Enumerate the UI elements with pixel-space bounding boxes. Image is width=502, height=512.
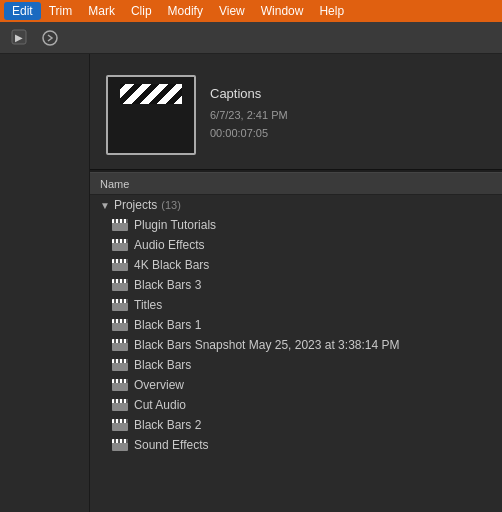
menu-help[interactable]: Help bbox=[311, 2, 352, 20]
project-icon bbox=[112, 319, 128, 331]
project-icon bbox=[112, 419, 128, 431]
menu-bar: Edit Trim Mark Clip Modify View Window H… bbox=[0, 0, 502, 22]
project-icon bbox=[112, 379, 128, 391]
preview-date: 6/7/23, 2:41 PM bbox=[210, 107, 288, 125]
menu-edit[interactable]: Edit bbox=[4, 2, 41, 20]
forward-icon[interactable] bbox=[36, 26, 64, 50]
project-icon bbox=[112, 399, 128, 411]
project-icon bbox=[112, 339, 128, 351]
list-item[interactable]: Audio Effects bbox=[90, 235, 502, 255]
list-item[interactable]: Black Bars bbox=[90, 355, 502, 375]
list-item[interactable]: Overview bbox=[90, 375, 502, 395]
project-label: Overview bbox=[134, 378, 184, 392]
thumbnail bbox=[106, 75, 196, 155]
project-label: Black Bars 2 bbox=[134, 418, 201, 432]
project-label: 4K Black Bars bbox=[134, 258, 209, 272]
preview-duration: 00:00:07:05 bbox=[210, 125, 288, 143]
clapperboard-icon bbox=[120, 84, 182, 146]
project-icon bbox=[112, 359, 128, 371]
list-item[interactable]: Black Bars Snapshot May 25, 2023 at 3:38… bbox=[90, 335, 502, 355]
project-panel[interactable]: ▼ Projects (13) Plugin Tutorials Audio E… bbox=[90, 195, 502, 512]
project-label: Black Bars Snapshot May 25, 2023 at 3:38… bbox=[134, 338, 400, 352]
list-item[interactable]: Cut Audio bbox=[90, 395, 502, 415]
preview-info: Captions 6/7/23, 2:41 PM 00:00:07:05 bbox=[210, 86, 288, 142]
project-label: Black Bars bbox=[134, 358, 191, 372]
project-label: Cut Audio bbox=[134, 398, 186, 412]
list-item[interactable]: Black Bars 2 bbox=[90, 415, 502, 435]
project-icon bbox=[112, 279, 128, 291]
project-label: Sound Effects bbox=[134, 438, 209, 452]
name-column-label: Name bbox=[100, 178, 129, 190]
project-icon bbox=[112, 219, 128, 231]
menu-clip[interactable]: Clip bbox=[123, 2, 160, 20]
column-header: Name bbox=[90, 173, 502, 195]
preview-title: Captions bbox=[210, 86, 288, 101]
svg-point-2 bbox=[43, 31, 57, 45]
project-icon bbox=[112, 259, 128, 271]
main-area: Captions 6/7/23, 2:41 PM 00:00:07:05 Nam… bbox=[90, 54, 502, 512]
list-item[interactable]: Titles bbox=[90, 295, 502, 315]
menu-trim[interactable]: Trim bbox=[41, 2, 81, 20]
back-icon[interactable]: ▶ bbox=[6, 26, 34, 50]
svg-text:▶: ▶ bbox=[15, 32, 23, 43]
project-label: Black Bars 1 bbox=[134, 318, 201, 332]
menu-window[interactable]: Window bbox=[253, 2, 312, 20]
project-icon bbox=[112, 299, 128, 311]
list-item[interactable]: Black Bars 1 bbox=[90, 315, 502, 335]
preview-panel: Captions 6/7/23, 2:41 PM 00:00:07:05 bbox=[90, 54, 502, 169]
menu-modify[interactable]: Modify bbox=[160, 2, 211, 20]
project-icon bbox=[112, 239, 128, 251]
project-label: Black Bars 3 bbox=[134, 278, 201, 292]
project-label: Plugin Tutorials bbox=[134, 218, 216, 232]
list-item[interactable]: 4K Black Bars bbox=[90, 255, 502, 275]
list-item[interactable]: Plugin Tutorials bbox=[90, 215, 502, 235]
toolbar: ▶ bbox=[0, 22, 502, 54]
project-count: (13) bbox=[161, 199, 181, 211]
left-sidebar bbox=[0, 54, 90, 512]
projects-section-header[interactable]: ▼ Projects (13) bbox=[90, 195, 502, 215]
project-label: Audio Effects bbox=[134, 238, 205, 252]
project-icon bbox=[112, 439, 128, 451]
menu-mark[interactable]: Mark bbox=[80, 2, 123, 20]
project-label: Titles bbox=[134, 298, 162, 312]
menu-view[interactable]: View bbox=[211, 2, 253, 20]
list-item[interactable]: Black Bars 3 bbox=[90, 275, 502, 295]
list-item[interactable]: Sound Effects bbox=[90, 435, 502, 455]
collapse-arrow-icon: ▼ bbox=[100, 200, 110, 211]
content-area: Captions 6/7/23, 2:41 PM 00:00:07:05 Nam… bbox=[0, 54, 502, 512]
section-label: Projects bbox=[114, 198, 157, 212]
